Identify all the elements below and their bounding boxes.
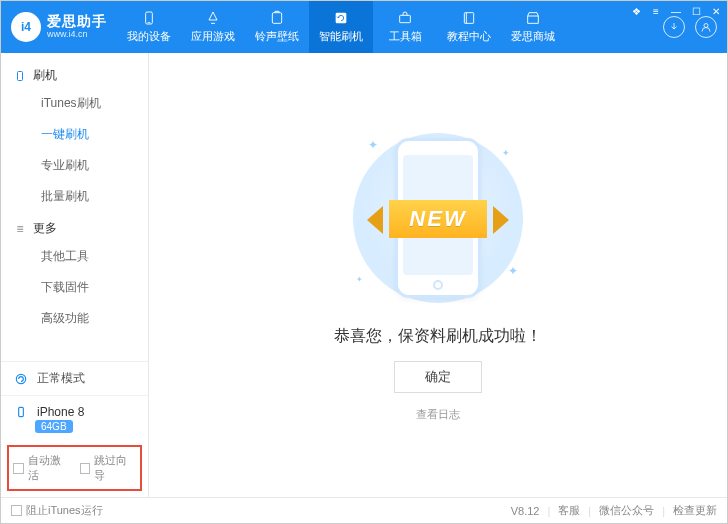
version-label: V8.12: [511, 505, 540, 517]
options-box: 自动激活 跳过向导: [7, 445, 142, 491]
nav-label: 爱思商城: [511, 29, 555, 44]
ribbon-new: NEW: [389, 200, 486, 238]
sidebar-group-flash: 刷机: [1, 59, 148, 88]
music-icon: [268, 10, 286, 26]
mode-label: 正常模式: [37, 370, 85, 387]
svg-point-10: [16, 374, 25, 383]
sidebar: 刷机 iTunes刷机 一键刷机 专业刷机 批量刷机 ≡ 更多 其他工具 下载固…: [1, 53, 149, 497]
block-itunes-label: 阻止iTunes运行: [26, 503, 103, 518]
sidebar-item-batch-flash[interactable]: 批量刷机: [1, 181, 148, 212]
device-name: iPhone 8: [37, 405, 84, 419]
group-title: 更多: [33, 220, 57, 237]
phone-icon: [140, 10, 158, 26]
nav-label: 应用游戏: [191, 29, 235, 44]
support-link[interactable]: 客服: [558, 503, 580, 518]
top-nav: 我的设备 应用游戏 铃声壁纸 智能刷机 工具箱 教程中心: [117, 1, 653, 53]
phone-outline-icon: [13, 69, 27, 83]
nav-apps[interactable]: 应用游戏: [181, 1, 245, 53]
minimize-icon[interactable]: —: [669, 4, 683, 18]
svg-rect-9: [18, 71, 23, 80]
success-message: 恭喜您，保资料刷机成功啦！: [334, 326, 542, 347]
footer: 阻止iTunes运行 V8.12 | 客服 | 微信公众号 | 检查更新: [1, 497, 727, 523]
sidebar-group-more: ≡ 更多: [1, 212, 148, 241]
logo: i4 爱思助手 www.i4.cn: [1, 1, 117, 53]
sidebar-item-itunes-flash[interactable]: iTunes刷机: [1, 88, 148, 119]
nav-label: 教程中心: [447, 29, 491, 44]
auto-activate-label: 自动激活: [28, 453, 70, 483]
menu-icon[interactable]: ≡: [649, 4, 663, 18]
toolbox-icon: [396, 10, 414, 26]
sidebar-item-advanced[interactable]: 高级功能: [1, 303, 148, 334]
block-itunes-checkbox[interactable]: 阻止iTunes运行: [11, 503, 103, 518]
nav-store[interactable]: 爱思商城: [501, 1, 565, 53]
refresh-icon: [332, 10, 350, 26]
app-url: www.i4.cn: [47, 30, 107, 40]
nav-label: 工具箱: [389, 29, 422, 44]
mode-row[interactable]: 正常模式: [1, 362, 148, 395]
maximize-icon[interactable]: ☐: [689, 4, 703, 18]
svg-rect-5: [400, 15, 411, 22]
skin-icon[interactable]: ❖: [629, 4, 643, 18]
auto-activate-checkbox[interactable]: 自动激活: [13, 453, 70, 483]
main-content: ✦ ✦ ✦ ✦ NEW 恭喜您，保资料刷机成功啦！ 确定 查看日志: [149, 53, 727, 497]
sidebar-item-oneclick-flash[interactable]: 一键刷机: [1, 119, 148, 150]
success-illustration: ✦ ✦ ✦ ✦ NEW: [328, 128, 548, 308]
header: i4 爱思助手 www.i4.cn 我的设备 应用游戏 铃声壁纸 智能刷机: [1, 1, 727, 53]
sidebar-item-other-tools[interactable]: 其他工具: [1, 241, 148, 272]
skip-guide-checkbox[interactable]: 跳过向导: [80, 453, 137, 483]
nav-label: 智能刷机: [319, 29, 363, 44]
sidebar-item-download-fw[interactable]: 下载固件: [1, 272, 148, 303]
mode-icon: [13, 371, 29, 387]
svg-rect-4: [336, 13, 347, 24]
view-log-link[interactable]: 查看日志: [416, 407, 460, 422]
download-button[interactable]: [663, 16, 685, 38]
nav-label: 我的设备: [127, 29, 171, 44]
device-phone-icon: [13, 404, 29, 420]
svg-point-8: [704, 24, 708, 28]
nav-my-device[interactable]: 我的设备: [117, 1, 181, 53]
app-title: 爱思助手: [47, 14, 107, 29]
nav-label: 铃声壁纸: [255, 29, 299, 44]
nav-flash[interactable]: 智能刷机: [309, 1, 373, 53]
apps-icon: [204, 10, 222, 26]
nav-tutorials[interactable]: 教程中心: [437, 1, 501, 53]
device-row[interactable]: iPhone 8 64GB: [1, 395, 148, 441]
storage-badge: 64GB: [35, 420, 73, 433]
update-link[interactable]: 检查更新: [673, 503, 717, 518]
wechat-link[interactable]: 微信公众号: [599, 503, 654, 518]
ok-button[interactable]: 确定: [394, 361, 482, 393]
svg-rect-11: [19, 407, 24, 416]
close-icon[interactable]: ✕: [709, 4, 723, 18]
nav-ringtones[interactable]: 铃声壁纸: [245, 1, 309, 53]
group-title: 刷机: [33, 67, 57, 84]
logo-icon: i4: [11, 12, 41, 42]
nav-toolbox[interactable]: 工具箱: [373, 1, 437, 53]
store-icon: [524, 10, 542, 26]
book-icon: [460, 10, 478, 26]
sidebar-item-pro-flash[interactable]: 专业刷机: [1, 150, 148, 181]
skip-guide-label: 跳过向导: [94, 453, 136, 483]
list-icon: ≡: [13, 222, 27, 236]
user-button[interactable]: [695, 16, 717, 38]
svg-rect-3: [272, 13, 281, 24]
svg-rect-6: [464, 13, 473, 24]
